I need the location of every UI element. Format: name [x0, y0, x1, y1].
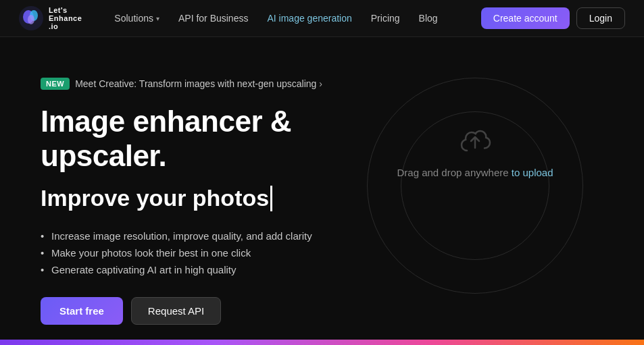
request-api-button[interactable]: Request API: [131, 297, 221, 325]
hero-left: NEW Meet Creative: Transform images with…: [41, 71, 347, 325]
logo[interactable]: Let's Enhance .io: [19, 6, 82, 30]
chevron-down-icon: ▾: [156, 15, 159, 22]
upload-link[interactable]: to upload: [512, 167, 553, 178]
navbar: Let's Enhance .io Solutions ▾ API for Bu…: [0, 0, 644, 37]
new-badge-row: NEW Meet Creative: Transform images with…: [41, 78, 347, 90]
bullet-2: Make your photos look their best in one …: [41, 247, 347, 259]
arrow-icon: ›: [319, 78, 322, 89]
nav-item-pricing[interactable]: Pricing: [363, 9, 408, 28]
upload-area[interactable]: Drag and drop anywhere to upload: [370, 84, 580, 219]
nav-item-solutions[interactable]: Solutions ▾: [106, 9, 168, 28]
nav-item-api[interactable]: API for Business: [170, 9, 257, 28]
hero-right: Drag and drop anywhere to upload: [347, 71, 603, 219]
upload-text: Drag and drop anywhere to upload: [397, 167, 553, 178]
upload-cloud-icon: [457, 125, 493, 160]
new-badge: NEW: [41, 78, 70, 90]
nav-links: Solutions ▾ API for Business AI image ge…: [106, 9, 480, 28]
hero-cta: Start free Request API: [41, 297, 347, 325]
cursor-bar: [270, 186, 272, 211]
nav-item-blog[interactable]: Blog: [411, 9, 446, 28]
bullet-3: Generate captivating AI art in high qual…: [41, 264, 347, 275]
nav-actions: Create account Login: [481, 7, 625, 29]
nav-item-ai-generation[interactable]: AI image generation: [259, 9, 360, 28]
hero-subtitle: Improve your photos: [41, 185, 347, 211]
svg-point-3: [28, 15, 34, 24]
hero-section: NEW Meet Creative: Transform images with…: [0, 37, 644, 345]
logo-text: Let's Enhance .io: [49, 6, 82, 30]
logo-icon: [19, 6, 43, 30]
login-button[interactable]: Login: [576, 7, 625, 29]
start-free-button[interactable]: Start free: [41, 297, 123, 325]
bottom-gradient-bar: [0, 340, 644, 345]
hero-bullets: Increase image resolution, improve quali…: [41, 230, 347, 275]
new-badge-text[interactable]: Meet Creative: Transform images with nex…: [75, 78, 322, 89]
create-account-button[interactable]: Create account: [481, 7, 570, 29]
hero-title: Image enhancer & upscaler.: [41, 105, 347, 173]
bullet-1: Increase image resolution, improve quali…: [41, 230, 347, 242]
